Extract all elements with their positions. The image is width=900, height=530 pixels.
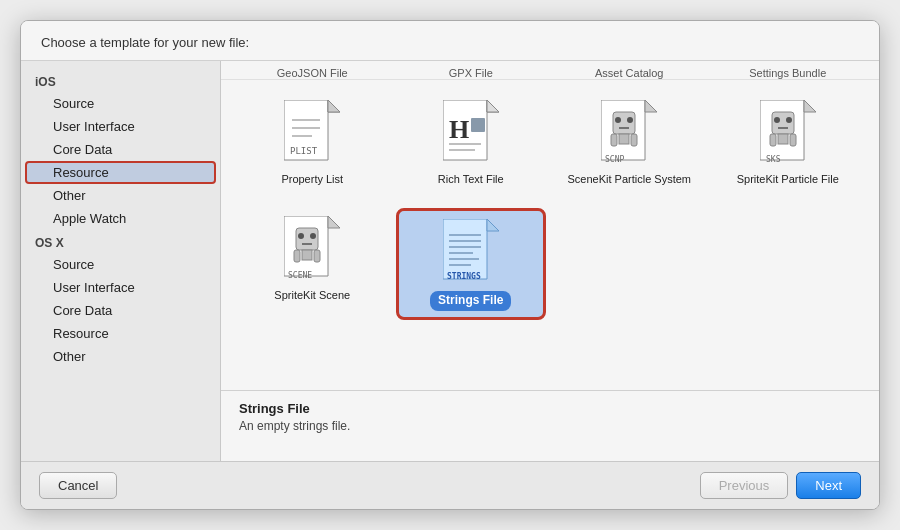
rich-text-label: Rich Text File	[438, 172, 504, 186]
sidebar-item-ios-resource[interactable]: Resource	[25, 161, 216, 184]
sidebar-item-osx-other[interactable]: Other	[25, 345, 216, 368]
file-item-property-list[interactable]: PLIST Property List	[237, 92, 388, 192]
spritekit-particle-icon: SKS	[758, 98, 818, 168]
next-button[interactable]: Next	[796, 472, 861, 499]
scrolled-label-4: Settings Bundle	[713, 61, 864, 79]
svg-text:SCNP: SCNP	[605, 155, 624, 164]
svg-text:SCENE: SCENE	[288, 271, 312, 280]
file-grid-wrapper: PLIST Property List	[221, 80, 879, 391]
svg-point-27	[774, 117, 780, 123]
sidebar-item-ios-source[interactable]: Source	[25, 92, 216, 115]
description-text: An empty strings file.	[239, 419, 861, 433]
spritekit-scene-label: SpriteKit Scene	[274, 288, 350, 302]
svg-rect-30	[770, 134, 776, 146]
file-item-spritekit-particle[interactable]: SKS SpriteKit Particle File	[713, 92, 864, 192]
svg-point-18	[627, 117, 633, 123]
spritekit-scene-icon: SCENE	[282, 214, 342, 284]
dialog-body: iOS Source User Interface Core Data Reso…	[21, 61, 879, 461]
svg-text:H: H	[449, 115, 469, 144]
svg-point-28	[786, 117, 792, 123]
sidebar-item-ios-coredata[interactable]: Core Data	[25, 138, 216, 161]
svg-rect-36	[296, 228, 318, 250]
template-dialog: Choose a template for your new file: iOS…	[20, 20, 880, 510]
sidebar-item-osx-resource[interactable]: Resource	[25, 322, 216, 345]
svg-text:SKS: SKS	[766, 155, 781, 164]
svg-text:PLIST: PLIST	[290, 146, 318, 156]
svg-rect-31	[790, 134, 796, 146]
svg-rect-40	[294, 250, 300, 262]
main-area: GeoJSON File GPX File Asset Catalog Sett…	[221, 61, 879, 461]
svg-rect-16	[613, 112, 635, 134]
file-item-scenekit[interactable]: SCNP SceneKit Particle System	[554, 92, 705, 192]
svg-rect-20	[611, 134, 617, 146]
svg-marker-35	[328, 216, 340, 228]
svg-rect-21	[631, 134, 637, 146]
scrolled-label-3: Asset Catalog	[554, 61, 705, 79]
svg-point-17	[615, 117, 621, 123]
svg-point-38	[310, 233, 316, 239]
scrolled-label-2: GPX File	[396, 61, 547, 79]
svg-marker-25	[804, 100, 816, 112]
cancel-button[interactable]: Cancel	[39, 472, 117, 499]
property-list-icon: PLIST	[282, 98, 342, 168]
dialog-footer: Cancel Previous Next	[21, 461, 879, 509]
svg-text:STRINGS: STRINGS	[447, 272, 481, 281]
sidebar-item-osx-coredata[interactable]: Core Data	[25, 299, 216, 322]
svg-rect-26	[772, 112, 794, 134]
nav-buttons: Previous Next	[700, 472, 861, 499]
file-item-spritekit-scene[interactable]: SCENE SpriteKit Scene	[237, 208, 388, 320]
svg-rect-41	[314, 250, 320, 262]
previous-button[interactable]: Previous	[700, 472, 789, 499]
property-list-label: Property List	[281, 172, 343, 186]
svg-marker-45	[487, 219, 499, 231]
svg-rect-11	[471, 118, 485, 132]
rich-text-icon: H	[441, 98, 501, 168]
file-item-strings[interactable]: STRINGS Strings File	[396, 208, 547, 320]
scenekit-icon: SCNP	[599, 98, 659, 168]
sidebar-item-ios-other[interactable]: Other	[25, 184, 216, 207]
scrolled-top-row: GeoJSON File GPX File Asset Catalog Sett…	[221, 61, 879, 80]
svg-rect-42	[302, 250, 312, 260]
description-panel: Strings File An empty strings file.	[221, 391, 879, 461]
sidebar-item-osx-source[interactable]: Source	[25, 253, 216, 276]
sidebar-item-osx-ui[interactable]: User Interface	[25, 276, 216, 299]
file-grid: PLIST Property List	[237, 92, 863, 320]
scenekit-label: SceneKit Particle System	[568, 172, 692, 186]
dialog-title: Choose a template for your new file:	[21, 21, 879, 61]
svg-marker-44	[443, 219, 487, 279]
svg-point-37	[298, 233, 304, 239]
sidebar-group-ios: iOS	[21, 69, 220, 92]
file-item-rich-text[interactable]: H Rich Text File	[396, 92, 547, 192]
svg-rect-32	[778, 134, 788, 144]
sidebar: iOS Source User Interface Core Data Reso…	[21, 61, 221, 461]
strings-icon: STRINGS	[441, 217, 501, 287]
scrolled-label-1: GeoJSON File	[237, 61, 388, 79]
spritekit-particle-label: SpriteKit Particle File	[737, 172, 839, 186]
strings-label: Strings File	[430, 291, 511, 311]
svg-marker-2	[328, 100, 340, 112]
svg-rect-22	[619, 134, 629, 144]
sidebar-item-ios-applewatch[interactable]: Apple Watch	[25, 207, 216, 230]
sidebar-item-ios-ui[interactable]: User Interface	[25, 115, 216, 138]
svg-marker-9	[487, 100, 499, 112]
svg-marker-15	[645, 100, 657, 112]
description-title: Strings File	[239, 401, 861, 416]
sidebar-group-osx: OS X	[21, 230, 220, 253]
